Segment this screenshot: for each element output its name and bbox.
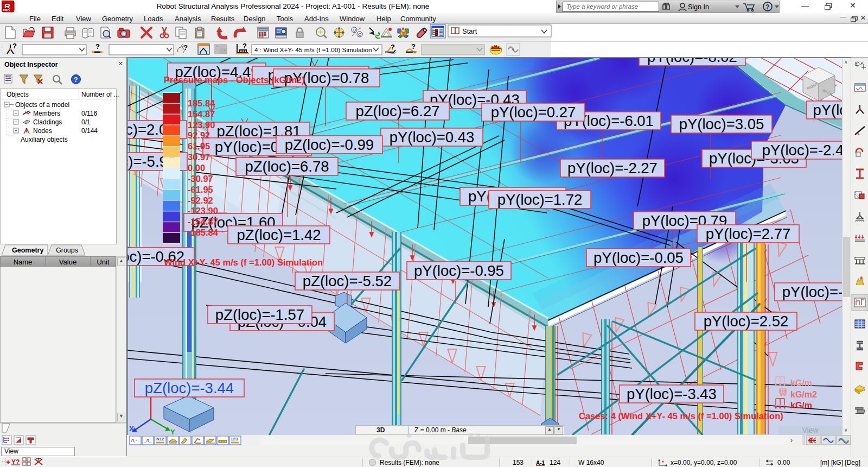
- svg-text:Geometry: Geometry: [12, 247, 43, 254]
- svg-text:pY(loc)=-0.95: pY(loc)=-0.95: [414, 262, 504, 279]
- svg-text:pZ(loc)=1.42: pZ(loc)=1.42: [237, 226, 321, 243]
- svg-text:pY(loc)=0.27: pY(loc)=0.27: [491, 104, 576, 121]
- svg-text:pY(loc)=-: pY(loc)=-: [782, 283, 843, 300]
- svg-text:1: 1: [856, 62, 858, 67]
- svg-text:0/144: 0/144: [81, 127, 98, 135]
- svg-text:_n_: _n_: [143, 438, 152, 443]
- svg-text:pY(loc)=2.77: pY(loc)=2.77: [706, 225, 791, 242]
- svg-text:?: ?: [74, 76, 78, 84]
- svg-text:-92.92: -92.92: [188, 195, 213, 205]
- svg-text:›: ›: [790, 437, 793, 444]
- svg-text:pZ(loc)=-3.44: pZ(loc)=-3.44: [145, 380, 234, 396]
- svg-text:pZ(loc)=6.78: pZ(loc)=6.78: [245, 158, 329, 175]
- svg-text:kG/m: kG/m: [790, 401, 812, 410]
- svg-text:-61.95: -61.95: [188, 185, 213, 194]
- svg-text:Wind X+Y- 45 m/s (f =1.00) Sim: Wind X+Y- 45 m/s (f =1.00) Simulation: [164, 257, 323, 267]
- svg-text:Q: Q: [358, 32, 361, 37]
- svg-text:123: 123: [231, 437, 238, 441]
- svg-text:?: ?: [95, 42, 100, 51]
- svg-text:A: A: [860, 61, 864, 66]
- svg-text:N12: N12: [156, 437, 164, 441]
- svg-text:X: X: [129, 425, 134, 433]
- svg-text:154.87: 154.87: [188, 109, 215, 119]
- svg-text:A-1: A-1: [536, 460, 545, 466]
- svg-text:kG/m2: kG/m2: [790, 390, 817, 399]
- svg-text:pY(loc)=-2.4: pY(loc)=-2.4: [762, 142, 844, 159]
- svg-text:Claddings: Claddings: [33, 118, 62, 126]
- svg-text:?: ?: [12, 42, 17, 50]
- svg-text:-123.90: -123.90: [188, 206, 218, 216]
- svg-text:pY(loc)=3.05: pY(loc)=3.05: [679, 116, 764, 132]
- svg-text:pY(loc)=2.52: pY(loc)=2.52: [704, 313, 789, 330]
- svg-text:30.97: 30.97: [188, 152, 210, 162]
- svg-text:pZ(loc)=-5.52: pZ(loc)=-5.52: [303, 273, 392, 289]
- svg-text:pY(loc)=-3.43: pY(loc)=-3.43: [627, 386, 717, 402]
- svg-text:61.95: 61.95: [188, 141, 210, 151]
- svg-text:pZ(loc)=6.27: pZ(loc)=6.27: [355, 103, 439, 119]
- svg-text:Objects of a model: Objects of a model: [15, 101, 69, 109]
- svg-text:?: ?: [765, 3, 769, 11]
- svg-text:PRO: PRO: [3, 9, 10, 12]
- svg-text:pY(loc)=-8.02: pY(loc)=-8.02: [647, 58, 737, 65]
- svg-text:pZ(loc)=-1.57: pZ(loc)=-1.57: [215, 306, 304, 323]
- svg-text:4 : Wind X+Y- 45 m/s (f =1.00): 4 : Wind X+Y- 45 m/s (f =1.00) Simulatio…: [254, 46, 372, 54]
- svg-text:Start: Start: [462, 27, 477, 35]
- svg-text:Members: Members: [33, 110, 60, 117]
- svg-text:-154.87: -154.87: [188, 217, 218, 226]
- svg-text:Auxiliary objects: Auxiliary objects: [21, 136, 68, 143]
- svg-text:?: ?: [242, 42, 247, 50]
- svg-text:-185.84: -185.84: [188, 228, 219, 237]
- svg-text:pY(loc)=1.72: pY(loc)=1.72: [497, 191, 583, 208]
- svg-text:0/116: 0/116: [81, 110, 97, 117]
- svg-text:0.00: 0.00: [188, 163, 205, 173]
- svg-text:kG/m: kG/m: [790, 378, 812, 388]
- svg-text:123.90: 123.90: [188, 120, 215, 130]
- svg-text:185.84: 185.84: [188, 98, 215, 108]
- svg-text:pZ(loc)=-0.99: pZ(loc)=-0.99: [285, 136, 374, 153]
- svg-text:0/1: 0/1: [81, 118, 91, 126]
- svg-text:Sign In: Sign In: [688, 3, 709, 11]
- svg-text:?: ?: [411, 42, 416, 51]
- svg-text:Nodes: Nodes: [33, 127, 52, 135]
- svg-text:Pressure maps - Objects (kG/m2: Pressure maps - Objects (kG/m2): [164, 75, 305, 85]
- svg-text:pY(loc)=-0.05: pY(loc)=-0.05: [593, 249, 684, 266]
- svg-text:Groups: Groups: [56, 247, 78, 254]
- svg-text:Cases: 4 (Wind X+Y- 45 m/s (f: Cases: 4 (Wind X+Y- 45 m/s (f =1.00) Sim…: [579, 411, 783, 421]
- svg-text:?: ?: [183, 43, 188, 52]
- svg-text:pY(loc)=0.43: pY(loc)=0.43: [390, 129, 475, 146]
- svg-text:Q: Q: [353, 28, 356, 33]
- svg-text:Y: Y: [170, 428, 175, 436]
- svg-text:-30.97: -30.97: [188, 174, 213, 184]
- svg-text:?: ?: [391, 43, 395, 51]
- svg-text:92.92: 92.92: [188, 130, 210, 140]
- svg-text:pY(loc)=-2.27: pY(loc)=-2.27: [567, 160, 658, 176]
- svg-text:n,-: n,-: [131, 438, 137, 443]
